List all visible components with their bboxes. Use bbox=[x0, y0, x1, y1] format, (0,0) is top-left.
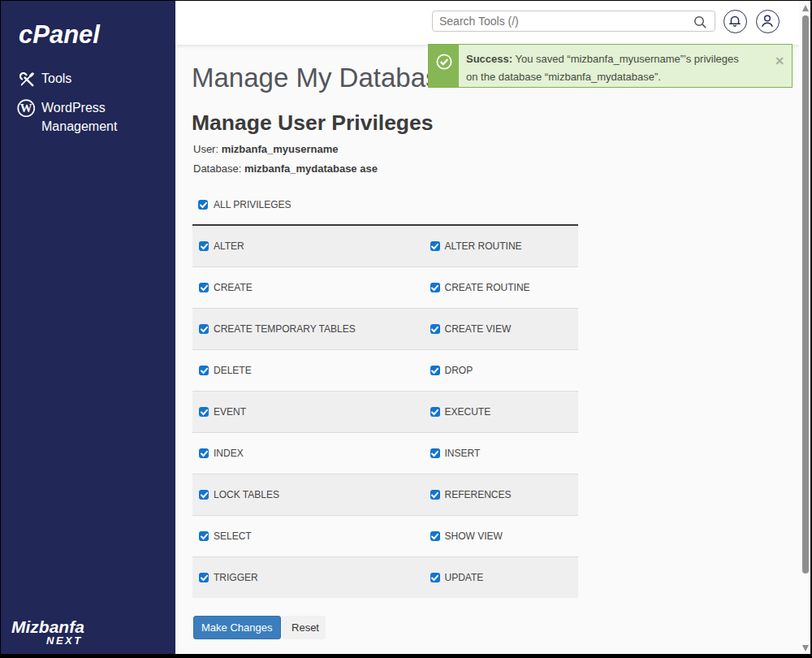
svg-text:W: W bbox=[19, 101, 32, 114]
